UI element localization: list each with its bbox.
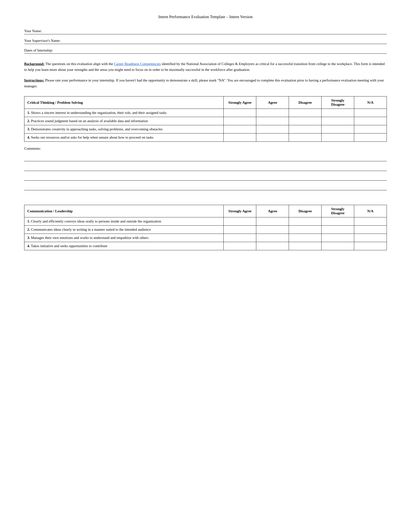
- instructions-text: Please rate your performance in your int…: [24, 78, 384, 88]
- rating-cell-strongly-agree[interactable]: [224, 217, 256, 226]
- rating-cell-strongly-agree[interactable]: [224, 234, 256, 242]
- critical-thinking-header: Critical Thinking / Problem Solving: [24, 96, 224, 109]
- table-row: 1. Shows a sincere interest in understan…: [24, 109, 387, 117]
- rating-cell-strongly-disagree[interactable]: [322, 226, 354, 234]
- rating-cell-na[interactable]: [354, 125, 387, 133]
- row-number: 3.: [27, 236, 30, 240]
- rating-cell-strongly-disagree[interactable]: [322, 109, 354, 117]
- col-header-na-1: N/A: [354, 96, 387, 109]
- col-header-na-2: N/A: [354, 205, 387, 217]
- your-name-field: Your Name:: [24, 29, 387, 34]
- row-text: Communicates ideas clearly in writing in…: [31, 228, 151, 231]
- comment-line-3: [24, 173, 387, 181]
- rating-cell-strongly-agree[interactable]: [224, 226, 256, 234]
- rating-cell-strongly-agree[interactable]: [224, 242, 256, 250]
- row-number: 1.: [27, 111, 30, 115]
- rating-cell-strongly-disagree[interactable]: [322, 242, 354, 250]
- comments-label-1: Comments:: [24, 147, 387, 151]
- rating-cell-disagree[interactable]: [289, 133, 322, 142]
- table-row: 4. Takes initiative and seeks opportunit…: [24, 242, 387, 250]
- col-header-disagree-1: Disagree: [289, 96, 322, 109]
- comment-line-1: [24, 153, 387, 161]
- rating-cell-na[interactable]: [354, 109, 387, 117]
- instructions-section: Instructions: Please rate your performan…: [24, 77, 387, 89]
- row-text: Practices sound judgment based on an ana…: [31, 119, 148, 123]
- rating-cell-disagree[interactable]: [289, 217, 322, 226]
- rating-cell-agree[interactable]: [256, 109, 289, 117]
- question-cell: 3. Demonstrates creativity in approachin…: [24, 125, 224, 133]
- rating-cell-disagree[interactable]: [289, 234, 322, 242]
- critical-thinking-table: Critical Thinking / Problem Solving Stro…: [24, 96, 387, 142]
- communication-leadership-header: Communication / Leadership: [24, 205, 224, 217]
- row-text: Clearly and efficiently conveys ideas or…: [31, 219, 161, 223]
- rating-cell-strongly-disagree[interactable]: [322, 234, 354, 242]
- table-row: 2. Practices sound judgment based on an …: [24, 117, 387, 125]
- rating-cell-disagree[interactable]: [289, 125, 322, 133]
- career-readiness-link[interactable]: Career Readiness Competencies: [114, 62, 161, 66]
- question-cell: 4. Takes initiative and seeks opportunit…: [24, 242, 224, 250]
- table-row: 3. Demonstrates creativity in approachin…: [24, 125, 387, 133]
- rating-cell-disagree[interactable]: [289, 226, 322, 234]
- rating-cell-strongly-agree[interactable]: [224, 109, 256, 117]
- rating-cell-disagree[interactable]: [289, 242, 322, 250]
- background-label: Background:: [24, 62, 45, 66]
- row-text: Takes initiative and seeks opportunities…: [31, 244, 107, 248]
- rating-cell-agree[interactable]: [256, 226, 289, 234]
- col-header-strongly-disagree-1: Strongly Disagree: [322, 96, 354, 109]
- col-header-strongly-agree-2: Strongly Agree: [224, 205, 256, 217]
- table-row: 1. Clearly and efficiently conveys ideas…: [24, 217, 387, 226]
- background-section: Background: The questions on this evalua…: [24, 61, 387, 73]
- rating-cell-disagree[interactable]: [289, 117, 322, 125]
- row-number: 1.: [27, 219, 30, 223]
- row-text: Manages their own emotions and works to …: [31, 236, 149, 240]
- row-number: 2.: [27, 119, 30, 123]
- question-cell: 2. Communicates ideas clearly in writing…: [24, 226, 224, 234]
- rating-cell-strongly-agree[interactable]: [224, 133, 256, 142]
- instructions-label: Instructions:: [24, 78, 44, 82]
- rating-cell-strongly-disagree[interactable]: [322, 217, 354, 226]
- rating-cell-strongly-agree[interactable]: [224, 117, 256, 125]
- row-text: Demonstrates creativity in approaching t…: [31, 127, 162, 131]
- rating-cell-agree[interactable]: [256, 125, 289, 133]
- table-row: 2. Communicates ideas clearly in writing…: [24, 226, 387, 234]
- comments-section-1: Comments:: [24, 147, 387, 190]
- rating-cell-agree[interactable]: [256, 117, 289, 125]
- rating-cell-strongly-disagree[interactable]: [322, 125, 354, 133]
- col-header-strongly-agree-1: Strongly Agree: [224, 96, 256, 109]
- row-text: Shows a sincere interest in understandin…: [31, 111, 167, 115]
- rating-cell-na[interactable]: [354, 217, 387, 226]
- dates-field: Dates of Internship:: [24, 48, 387, 54]
- row-number: 3.: [27, 127, 30, 131]
- rating-cell-strongly-disagree[interactable]: [322, 117, 354, 125]
- page-title: Intern Performance Evaluation Template –…: [24, 15, 387, 19]
- question-cell: 2. Practices sound judgment based on an …: [24, 117, 224, 125]
- rating-cell-na[interactable]: [354, 242, 387, 250]
- rating-cell-disagree[interactable]: [289, 109, 322, 117]
- rating-cell-agree[interactable]: [256, 242, 289, 250]
- table-row: 4. Seeks out resources and/or asks for h…: [24, 133, 387, 142]
- question-cell: 4. Seeks out resources and/or asks for h…: [24, 133, 224, 142]
- question-cell: 1. Clearly and efficiently conveys ideas…: [24, 217, 224, 226]
- supervisor-name-field: Your Supervisor's Name:: [24, 39, 387, 44]
- row-number: 2.: [27, 228, 30, 231]
- row-number: 4.: [27, 244, 30, 248]
- rating-cell-agree[interactable]: [256, 234, 289, 242]
- rating-cell-agree[interactable]: [256, 217, 289, 226]
- question-cell: 3. Manages their own emotions and works …: [24, 234, 224, 242]
- background-text-before-link: The questions on this evaluation align w…: [45, 62, 114, 66]
- rating-cell-strongly-agree[interactable]: [224, 125, 256, 133]
- rating-cell-agree[interactable]: [256, 133, 289, 142]
- row-number: 4.: [27, 135, 30, 139]
- communication-leadership-table: Communication / Leadership Strongly Agre…: [24, 205, 387, 250]
- comment-line-4: [24, 183, 387, 190]
- row-text: Seeks out resources and/or asks for help…: [31, 135, 154, 139]
- rating-cell-strongly-disagree[interactable]: [322, 133, 354, 142]
- rating-cell-na[interactable]: [354, 133, 387, 142]
- comment-line-2: [24, 163, 387, 171]
- rating-cell-na[interactable]: [354, 226, 387, 234]
- question-cell: 1. Shows a sincere interest in understan…: [24, 109, 224, 117]
- rating-cell-na[interactable]: [354, 234, 387, 242]
- dates-label: Dates of Internship:: [24, 48, 53, 52]
- rating-cell-na[interactable]: [354, 117, 387, 125]
- table-row: 3. Manages their own emotions and works …: [24, 234, 387, 242]
